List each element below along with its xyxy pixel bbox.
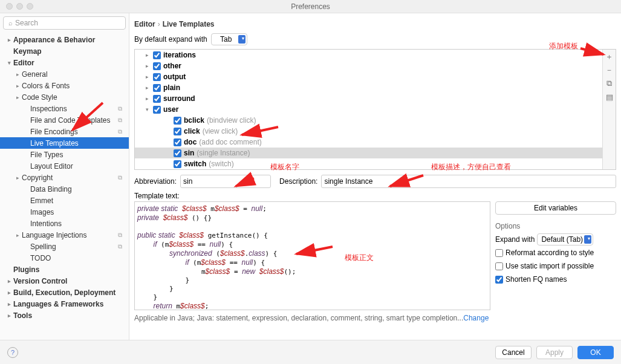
template-checkbox[interactable] — [153, 106, 161, 114]
profile-icon: ⧉ — [118, 117, 125, 124]
applicable-in: Applicable in Java; Java: statement, exp… — [134, 314, 616, 322]
options-label: Options — [495, 222, 616, 230]
sidebar-item-code-style[interactable]: ▸Code Style — [0, 91, 129, 103]
template-item-sin[interactable]: sin(single Instance) — [135, 148, 602, 158]
static-import-checkbox[interactable] — [495, 262, 503, 270]
sidebar-item-images[interactable]: Images — [0, 206, 129, 218]
remove-template-button[interactable]: － — [605, 65, 614, 75]
template-checkbox[interactable] — [153, 95, 161, 103]
sidebar-item-copyright[interactable]: ▸Copyright⧉ — [0, 172, 129, 183]
copy-template-button[interactable]: ⧉ — [605, 79, 614, 88]
expand-with-label: Expand with — [495, 235, 535, 244]
apply-button[interactable]: Apply — [536, 346, 573, 359]
title-bar: Preferences — [0, 0, 621, 13]
sidebar-item-tools[interactable]: ▸Tools — [0, 310, 129, 321]
description-input[interactable] — [321, 175, 616, 188]
sidebar-item-file-types[interactable]: File Types — [0, 149, 129, 160]
template-toolbar: ＋ － ⧉ ▤ — [602, 50, 616, 169]
window-controls — [6, 3, 33, 10]
breadcrumb: Editor›Live Templates — [134, 19, 616, 28]
annotation-desc: 模板描述，方便自己查看 — [431, 162, 511, 172]
template-checkbox[interactable] — [174, 149, 181, 157]
search-icon: ⌕ — [8, 19, 13, 27]
template-checkbox[interactable] — [174, 138, 181, 146]
template-item-doc[interactable]: doc(add doc comment) — [135, 137, 602, 148]
template-checkbox[interactable] — [153, 62, 161, 70]
sidebar-item-spelling[interactable]: Spelling⧉ — [0, 241, 129, 252]
annotation-add: 添加模板 — [549, 41, 578, 51]
profile-icon: ⧉ — [118, 174, 125, 181]
cancel-button[interactable]: Cancel — [495, 346, 532, 359]
sidebar-item-colors-fonts[interactable]: ▸Colors & Fonts — [0, 80, 129, 91]
abbr-label: Abbreviation: — [134, 177, 177, 186]
sidebar-item-appearance-behavior[interactable]: ▸Appearance & Behavior — [0, 34, 129, 45]
edit-variables-button[interactable]: Edit variables — [495, 201, 616, 215]
content-panel: Editor›Live Templates By default expand … — [129, 13, 621, 349]
template-item-switch[interactable]: switch(switch) — [135, 158, 602, 169]
template-item-surround[interactable]: ▸surround — [135, 93, 602, 104]
sidebar-item-data-binding[interactable]: Data Binding — [0, 183, 129, 195]
template-list[interactable]: ▸iterations▸other▸output▸plain▸surround▾… — [135, 50, 602, 169]
sidebar-item-general[interactable]: ▸General — [0, 68, 129, 80]
annotation-name: 模板名字 — [270, 162, 299, 172]
template-item-user[interactable]: ▾user — [135, 104, 602, 115]
profile-icon: ⧉ — [118, 105, 125, 112]
annotation-body: 模板正文 — [345, 253, 374, 263]
sidebar-item-plugins[interactable]: Plugins — [0, 264, 129, 275]
template-checkbox[interactable] — [174, 128, 181, 135]
dialog-footer: ? Cancel Apply OK — [0, 340, 621, 364]
sidebar-item-todo[interactable]: TODO — [0, 252, 129, 264]
sidebar-item-editor[interactable]: ▾Editor — [0, 57, 129, 68]
profile-icon: ⧉ — [118, 128, 125, 135]
profile-icon: ⧉ — [118, 243, 125, 250]
template-checkbox[interactable] — [153, 51, 161, 59]
abbreviation-input[interactable] — [180, 175, 271, 188]
more-template-button[interactable]: ▤ — [605, 92, 614, 102]
close-dot[interactable] — [6, 3, 13, 10]
profile-icon: ⧉ — [118, 232, 125, 239]
expand-combo[interactable]: Tab▾ — [211, 33, 247, 45]
expand-label: By default expand with — [134, 35, 207, 44]
template-item-iterations[interactable]: ▸iterations — [135, 50, 602, 60]
ok-button[interactable]: OK — [577, 346, 614, 359]
sidebar-item-live-templates[interactable]: Live Templates — [0, 137, 129, 149]
template-text-label: Template text: — [134, 192, 616, 200]
help-button[interactable]: ? — [7, 347, 18, 358]
search-input[interactable]: ⌕ Search — [3, 16, 126, 30]
change-link[interactable]: Change — [463, 314, 489, 322]
template-item-bclick[interactable]: bclick(bindview click) — [135, 115, 602, 126]
template-text-editor[interactable]: private static $class$ m$class$ = null; … — [134, 201, 490, 310]
add-template-button[interactable]: ＋ — [605, 52, 614, 62]
reformat-checkbox[interactable] — [495, 249, 503, 257]
sidebar-item-layout-editor[interactable]: Layout Editor — [0, 160, 129, 172]
template-checkbox[interactable] — [153, 73, 161, 81]
template-checkbox[interactable] — [174, 160, 181, 168]
template-item-other[interactable]: ▸other — [135, 60, 602, 71]
sidebar-item-keymap[interactable]: Keymap — [0, 45, 129, 57]
templates-panel: ▸iterations▸other▸output▸plain▸surround▾… — [134, 49, 616, 170]
template-checkbox[interactable] — [153, 84, 161, 92]
sidebar: ⌕ Search ▸Appearance & BehaviorKeymap▾Ed… — [0, 13, 129, 349]
max-dot[interactable] — [27, 3, 33, 10]
desc-label: Description: — [279, 177, 317, 186]
template-checkbox[interactable] — [174, 117, 181, 125]
window-title: Preferences — [291, 2, 330, 11]
min-dot[interactable] — [16, 3, 23, 10]
sidebar-item-language-injections[interactable]: ▸Language Injections⧉ — [0, 229, 129, 241]
template-item-plain[interactable]: ▸plain — [135, 82, 602, 93]
template-item-click[interactable]: click(view click) — [135, 126, 602, 137]
sidebar-item-build-execution-deployment[interactable]: ▸Build, Execution, Deployment — [0, 287, 129, 298]
sidebar-item-version-control[interactable]: ▸Version Control — [0, 275, 129, 287]
sidebar-item-file-and-code-templates[interactable]: File and Code Templates⧉ — [0, 114, 129, 126]
sidebar-item-languages-frameworks[interactable]: ▸Languages & Frameworks — [0, 298, 129, 310]
sidebar-item-file-encodings[interactable]: File Encodings⧉ — [0, 126, 129, 137]
shorten-fq-checkbox[interactable] — [495, 276, 503, 284]
expand-with-combo[interactable]: Default (Tab)▾ — [537, 233, 593, 245]
sidebar-item-emmet[interactable]: Emmet — [0, 195, 129, 206]
settings-tree[interactable]: ▸Appearance & BehaviorKeymap▾Editor▸Gene… — [0, 33, 129, 349]
template-item-output[interactable]: ▸output — [135, 71, 602, 82]
sidebar-item-intentions[interactable]: Intentions — [0, 218, 129, 229]
sidebar-item-inspections[interactable]: Inspections⧉ — [0, 103, 129, 114]
